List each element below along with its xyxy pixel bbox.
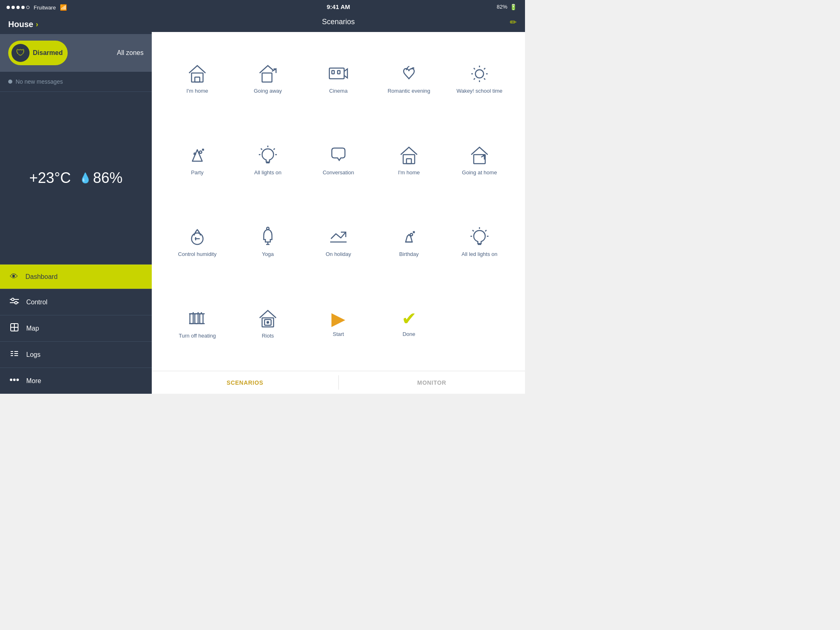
scenario-label: Conversation [323, 169, 354, 176]
scenario-on-holiday[interactable]: On holiday [305, 203, 372, 281]
scenario-empty [446, 285, 513, 363]
scenario-birthday[interactable]: Birthday [376, 203, 442, 281]
house-header[interactable]: House › [0, 15, 152, 34]
sidebar-item-control[interactable]: Control [0, 289, 152, 315]
tab-monitor[interactable]: MONITOR [339, 371, 525, 394]
scenarios-header: Scenarios ✏ [152, 14, 525, 32]
map-label: Map [26, 325, 39, 332]
scenarios-title: Scenarios [322, 18, 355, 26]
scenario-im-home[interactable]: I'm home [164, 40, 231, 118]
scenario-going-at-home[interactable]: Going at home [446, 122, 513, 199]
alarm-toggle[interactable]: 🛡 Disarmed [8, 41, 68, 65]
svg-rect-45 [406, 159, 411, 164]
scenario-turn-off-heating[interactable]: Turn off heating [164, 285, 231, 363]
scenario-done[interactable]: ✔ Done [376, 285, 442, 363]
svg-line-30 [474, 68, 475, 69]
scenario-label: Riots [262, 333, 274, 340]
dashboard-label: Dashboard [25, 273, 57, 281]
nav-section: 👁 Dashboard Control [0, 264, 152, 394]
edit-icon[interactable]: ✏ [510, 17, 517, 27]
monitor-tab-label: MONITOR [417, 379, 446, 386]
scenario-label: Cinema [329, 88, 348, 95]
scenario-control-humidity[interactable]: Control humidity [164, 203, 231, 281]
scenario-conversation[interactable]: Conversation [305, 122, 372, 199]
map-icon [10, 323, 19, 334]
scenario-start[interactable]: ▶ Start [305, 285, 372, 363]
scenario-cinema[interactable]: Cinema [305, 40, 372, 118]
svg-line-33 [484, 78, 485, 80]
weather-section: +23°C 💧 86% [0, 92, 152, 264]
humidity-container: 💧 86% [79, 169, 123, 187]
battery-area: 82% 🔋 [497, 4, 517, 10]
play-icon: ▶ [331, 310, 345, 328]
scenario-label: Going away [254, 88, 282, 95]
scenario-party[interactable]: Party [164, 122, 231, 199]
svg-point-16 [14, 379, 15, 381]
dot3 [16, 6, 20, 9]
carrier-name: Fruitware [34, 5, 56, 11]
scenario-wakey[interactable]: Wakey! school time [446, 40, 513, 118]
scenario-romantic-evening[interactable]: Romantic evening [376, 40, 442, 118]
scenario-im-home-2[interactable]: I'm home [376, 122, 442, 199]
alarm-section: 🛡 Disarmed All zones [0, 34, 152, 72]
svg-point-34 [199, 151, 202, 153]
scenario-label: Yoga [262, 251, 274, 258]
disarmed-label: Disarmed [33, 49, 63, 57]
dot1 [7, 6, 10, 9]
more-icon [10, 375, 19, 386]
scenario-label: Turn off heating [179, 333, 216, 340]
scenarios-tab-label: SCENARIOS [226, 379, 263, 386]
svg-line-31 [484, 68, 485, 69]
svg-line-41 [274, 148, 275, 150]
sidebar-item-logs[interactable]: Logs [0, 341, 152, 368]
scenario-label: Done [402, 331, 415, 338]
scenario-yoga[interactable]: Yoga [235, 203, 301, 281]
checkmark-icon: ✔ [402, 310, 417, 328]
svg-point-55 [410, 233, 413, 236]
svg-rect-24 [338, 71, 340, 74]
svg-rect-67 [200, 314, 203, 324]
svg-point-15 [10, 379, 12, 381]
logs-label: Logs [26, 351, 41, 358]
house-title: House [8, 20, 33, 29]
scenario-all-lights-on[interactable]: All lights on [235, 122, 301, 199]
logs-icon [10, 349, 19, 360]
bottom-tab-bar: SCENARIOS MONITOR [152, 371, 525, 394]
status-bar: Fruitware 📶 [0, 0, 152, 15]
battery-icon: 🔋 [510, 4, 517, 10]
svg-point-0 [11, 298, 14, 301]
scenario-all-led-lights-on[interactable]: All led lights on [446, 203, 513, 281]
scenario-label: Birthday [399, 251, 419, 258]
time-display: 9:41 AM [327, 3, 350, 10]
scenario-going-away[interactable]: Going away [235, 40, 301, 118]
wifi-icon: 📶 [60, 4, 67, 11]
battery-percent: 82% [497, 4, 507, 10]
sidebar-item-more[interactable]: More [0, 368, 152, 394]
no-messages: No new messages [8, 78, 144, 85]
dot2 [11, 6, 15, 9]
scenario-label: All led lights on [461, 251, 497, 258]
dot4 [21, 6, 25, 9]
shield-circle: 🛡 [11, 44, 30, 62]
more-label: More [26, 377, 41, 385]
svg-point-25 [475, 70, 484, 78]
svg-point-37 [194, 153, 196, 155]
scenario-label: Start [333, 331, 344, 338]
water-drop-icon: 💧 [79, 172, 91, 184]
tab-scenarios[interactable]: SCENARIOS [152, 371, 338, 394]
svg-rect-23 [332, 71, 334, 74]
scenario-label: All lights on [254, 169, 281, 176]
scenario-riots[interactable]: Riots [235, 285, 301, 363]
no-messages-text: No new messages [16, 78, 63, 85]
scenario-label: Going at home [462, 169, 497, 176]
svg-line-40 [261, 148, 262, 150]
sidebar-item-map[interactable]: Map [0, 315, 152, 341]
scenario-label: Wakey! school time [457, 88, 502, 95]
control-icon [10, 297, 19, 308]
dot5 [26, 6, 30, 9]
right-panel: 9:41 AM 82% 🔋 Scenarios ✏ I'm home [152, 0, 525, 394]
svg-rect-20 [262, 73, 272, 82]
svg-line-62 [485, 230, 486, 231]
temperature-display: +23°C [29, 169, 71, 187]
sidebar-item-dashboard[interactable]: 👁 Dashboard [0, 264, 152, 289]
